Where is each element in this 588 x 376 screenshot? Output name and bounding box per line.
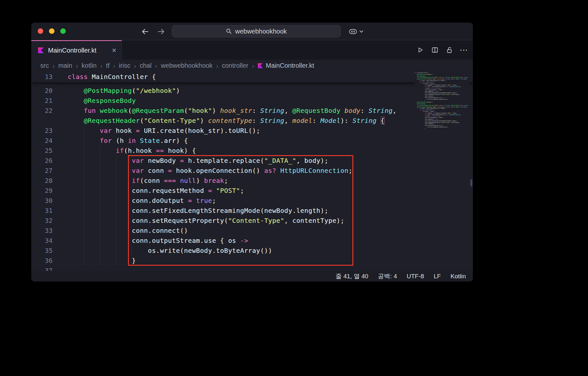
code-line[interactable]: 37 bbox=[31, 266, 473, 271]
code-token: "hook" bbox=[188, 107, 212, 114]
code-token: conn.requestMethod bbox=[132, 187, 208, 194]
code-token: in bbox=[128, 137, 136, 144]
code-token: ( bbox=[184, 107, 188, 114]
code-token: ; bbox=[212, 197, 216, 204]
code-token: ) bbox=[200, 117, 208, 124]
line-number: 27 bbox=[31, 166, 53, 176]
line-number: 30 bbox=[31, 196, 53, 206]
code-token: ) bbox=[196, 177, 204, 184]
code-line[interactable]: 33 conn.connect() bbox=[31, 226, 473, 236]
line-number: 37 bbox=[31, 266, 53, 271]
code-token: contentType bbox=[208, 117, 252, 124]
breadcrumb-separator-icon: › bbox=[113, 62, 115, 70]
code-token: break bbox=[204, 177, 224, 184]
traffic-zoom-button[interactable] bbox=[60, 28, 66, 34]
code-token: (conn bbox=[140, 177, 164, 184]
code-token: HttpURLConnection bbox=[280, 167, 348, 174]
unlock-icon[interactable] bbox=[445, 45, 454, 54]
traffic-minimize-button[interactable] bbox=[49, 28, 54, 34]
split-editor-button[interactable] bbox=[430, 45, 439, 54]
breadcrumb-item-src[interactable]: src bbox=[40, 62, 49, 69]
forward-button[interactable] bbox=[157, 27, 165, 36]
code-line[interactable]: 26 var newBody = h.template.replace("_DA… bbox=[31, 156, 473, 166]
sticky-line: 13class MainController { bbox=[31, 72, 473, 82]
code-token bbox=[136, 137, 140, 144]
traffic-close-button[interactable] bbox=[38, 28, 43, 34]
scrollbar-thumb[interactable] bbox=[470, 179, 472, 186]
breadcrumb-separator-icon: › bbox=[216, 62, 218, 70]
code-line[interactable]: 22 fun webhook(@RequestParam("hook") hoo… bbox=[31, 106, 473, 116]
code-text: conn.outputStream.use { os -> bbox=[68, 236, 248, 246]
code-line[interactable]: 34 conn.outputStream.use { os -> bbox=[31, 236, 473, 246]
code-text: conn.requestMethod = "POST"; bbox=[68, 186, 244, 196]
breadcrumb-item-webwebhookhook[interactable]: webwebhookhook bbox=[161, 62, 212, 69]
back-button[interactable] bbox=[141, 27, 149, 36]
breadcrumb-separator-icon: › bbox=[134, 62, 136, 70]
breadcrumb-item-controller[interactable]: controller bbox=[222, 62, 248, 69]
code-token: State bbox=[140, 137, 160, 144]
breadcrumb-file[interactable]: MainController.kt bbox=[258, 62, 314, 69]
editor-code-area[interactable]: 13class MainController { 20 @PostMapping… bbox=[31, 72, 473, 271]
code-token: : bbox=[252, 107, 260, 114]
code-token: : bbox=[312, 117, 320, 124]
code-line[interactable]: 25 if(h.hook == hook) { bbox=[31, 146, 473, 156]
status-cursor-position[interactable]: 줄 41, 열 40 bbox=[336, 272, 368, 281]
breadcrumb: src›main›kotlin›tf›irisc›chal›webwebhook… bbox=[31, 60, 473, 72]
status-eol[interactable]: LF bbox=[434, 273, 441, 280]
code-line[interactable]: 21 @ResponseBody bbox=[31, 96, 473, 106]
breadcrumb-separator-icon: › bbox=[100, 62, 103, 70]
code-token: var bbox=[132, 167, 144, 174]
breadcrumb-item-chal[interactable]: chal bbox=[140, 62, 152, 69]
code-token: ; bbox=[348, 167, 352, 174]
code-line[interactable]: 28 if(conn === null) break; bbox=[31, 176, 473, 186]
line-number: 24 bbox=[31, 136, 53, 146]
breadcrumb-item-main[interactable]: main bbox=[58, 62, 72, 69]
code-line[interactable]: 27 var conn = hook.openConnection() as? … bbox=[31, 166, 473, 176]
search-icon bbox=[226, 28, 232, 35]
run-button[interactable] bbox=[416, 45, 425, 54]
code-token: conn bbox=[144, 167, 168, 174]
code-line[interactable]: 31 conn.setFixedLengthStreamingMode(newB… bbox=[31, 206, 473, 216]
breadcrumb-item-kotlin[interactable]: kotlin bbox=[82, 62, 97, 69]
code-line[interactable]: 20 @PostMapping("/webhook") bbox=[31, 86, 473, 96]
code-token: ) bbox=[212, 107, 220, 114]
breadcrumb-separator-icon: › bbox=[252, 62, 254, 70]
code-line[interactable]: 13class MainController { bbox=[31, 72, 473, 82]
code-token: newBody bbox=[144, 157, 180, 164]
code-line[interactable]: 29 conn.requestMethod = "POST"; bbox=[31, 186, 473, 196]
code-token: ): bbox=[340, 117, 352, 124]
line-number: 29 bbox=[31, 186, 53, 196]
editor-actions: ⋯ bbox=[416, 40, 468, 60]
code-line[interactable]: 36 } bbox=[31, 256, 473, 266]
code-text: for (h in State.arr) { bbox=[68, 136, 188, 146]
code-token: (h bbox=[112, 137, 128, 144]
code-token: : bbox=[252, 117, 260, 124]
tab-close-button[interactable]: × bbox=[112, 46, 116, 54]
copilot-menu-button[interactable] bbox=[349, 23, 363, 40]
code-token: , bbox=[393, 107, 397, 114]
code-line[interactable]: 35 os.write(newBody.toByteArray()) bbox=[31, 246, 473, 256]
code-token: for bbox=[100, 137, 112, 144]
tab-maincontroller[interactable]: MainController.kt × bbox=[31, 40, 122, 60]
code-token: === bbox=[164, 177, 176, 184]
code-token: fun bbox=[84, 107, 96, 114]
status-encoding[interactable]: UTF-8 bbox=[407, 273, 424, 280]
code-token: } bbox=[132, 257, 136, 264]
code-line[interactable]: 30 conn.doOutput = true; bbox=[31, 196, 473, 206]
command-center-search[interactable]: webwebhookhook bbox=[172, 25, 341, 37]
code-token: = bbox=[208, 187, 212, 194]
code-token: , body); bbox=[296, 157, 328, 164]
breadcrumb-item-tf[interactable]: tf bbox=[106, 62, 110, 69]
code-line[interactable]: 23 var hook = URI.create(hook_str).toURL… bbox=[31, 126, 473, 136]
code-text: } bbox=[68, 256, 136, 266]
status-indentation[interactable]: 공백: 4 bbox=[378, 272, 397, 281]
code-line[interactable]: 32 conn.setRequestProperty("Content-Type… bbox=[31, 216, 473, 226]
code-line[interactable]: 24 for (h in State.arr) { bbox=[31, 136, 473, 146]
command-center-label: webwebhookhook bbox=[235, 28, 287, 35]
code-token: , bbox=[284, 117, 292, 124]
more-actions-button[interactable]: ⋯ bbox=[459, 45, 468, 54]
code-line[interactable]: @RequestHeader("Content-Type") contentTy… bbox=[31, 116, 473, 126]
status-language[interactable]: Kotlin bbox=[450, 273, 466, 280]
breadcrumb-item-irisc[interactable]: irisc bbox=[119, 62, 131, 69]
minimap[interactable]: class MainController { @PostMapping("/we… bbox=[414, 72, 469, 133]
